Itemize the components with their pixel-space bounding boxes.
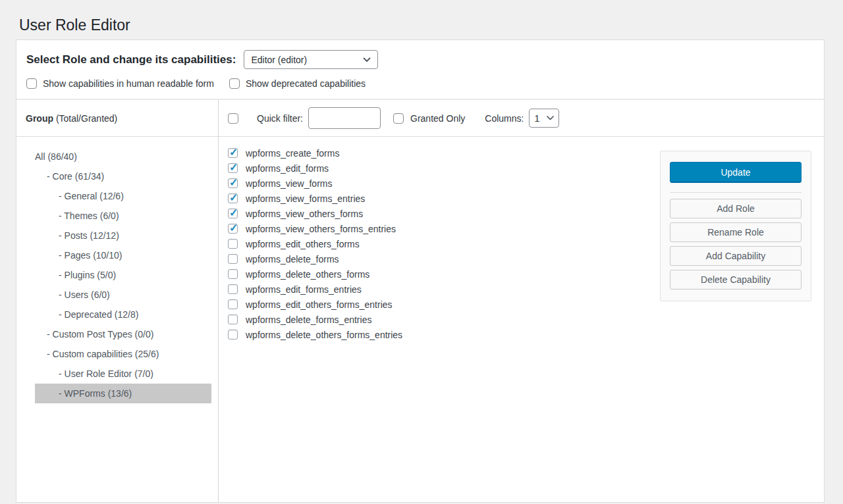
role-select[interactable]: Editor (editor) [244, 50, 378, 69]
capability-label: wpforms_view_others_forms [246, 209, 363, 219]
capability-checkbox[interactable] [228, 239, 238, 249]
group-tree-item[interactable]: - General (12/6) [35, 186, 211, 206]
human-readable-checkbox[interactable] [26, 78, 37, 89]
columns-label: Columns: [485, 113, 524, 124]
group-tree-item[interactable]: - User Role Editor (7/0) [35, 364, 211, 384]
capability-row: wpforms_delete_others_forms [228, 266, 636, 282]
quick-filter-input[interactable] [308, 107, 381, 129]
secondary-action-button[interactable]: Add Capability [670, 246, 802, 266]
capability-checkbox[interactable] [228, 330, 238, 340]
group-tree-item-label: - Pages (10/10) [59, 250, 122, 261]
capability-row: wpforms_edit_forms_entries [228, 282, 636, 297]
actions-panel: Update Add RoleRename RoleAdd Capability… [660, 151, 811, 301]
capability-checkbox[interactable] [228, 148, 238, 158]
capability-checkbox[interactable] [228, 284, 238, 294]
capability-checkbox[interactable] [228, 315, 238, 324]
main-body: Group (Total/Granted) All (86/40) - Core… [16, 100, 824, 502]
capability-row: wpforms_view_forms [228, 176, 636, 191]
capability-row: wpforms_view_forms_entries [228, 191, 636, 206]
capability-row: wpforms_view_others_forms [228, 206, 636, 221]
user-role-editor-panel: Select Role and change its capabilities:… [16, 39, 825, 503]
capabilities-column: Quick filter: Granted Only Columns: 1 w [219, 100, 824, 502]
capability-row: wpforms_view_others_forms_entries [228, 221, 636, 236]
group-tree-item-label: - Deprecated (12/8) [59, 309, 138, 320]
secondary-action-button[interactable]: Delete Capability [670, 270, 802, 290]
capability-checkbox[interactable] [228, 178, 238, 188]
capability-row: wpforms_edit_forms [228, 161, 636, 176]
capability-label: wpforms_view_forms [246, 178, 332, 189]
role-selector-row: Select Role and change its capabilities:… [16, 40, 824, 76]
group-tree-item[interactable]: - Pages (10/10) [35, 245, 211, 265]
capabilities-list: wpforms_create_forms wpforms_edit_forms … [228, 145, 636, 342]
capability-checkbox[interactable] [228, 254, 238, 264]
chevron-down-icon [547, 116, 554, 120]
show-deprecated-label: Show deprecated capabilities [246, 78, 366, 89]
capability-checkbox[interactable] [228, 224, 238, 234]
group-tree-item[interactable]: - Custom capabilities (25/6) [35, 344, 211, 364]
capability-label: wpforms_edit_others_forms [246, 239, 360, 249]
group-tree-item-label: - Custom capabilities (25/6) [47, 349, 159, 359]
capability-label: wpforms_view_others_forms_entries [246, 224, 396, 234]
group-header-bold: Group [26, 113, 53, 124]
human-readable-label: Show capabilities in human readable form [43, 78, 214, 89]
group-tree-item[interactable]: - Themes (6/0) [35, 206, 211, 226]
columns-select-value: 1 [534, 113, 539, 124]
capability-checkbox[interactable] [228, 163, 238, 173]
update-button[interactable]: Update [670, 162, 802, 183]
group-tree-item[interactable]: - Core (61/34) [35, 166, 211, 186]
capability-checkbox[interactable] [228, 269, 238, 279]
group-tree-item[interactable]: - Custom Post Types (0/0) [35, 324, 211, 344]
filter-bar: Quick filter: Granted Only Columns: 1 [219, 100, 824, 137]
group-tree-item-label: - WPForms (13/6) [59, 388, 132, 399]
group-tree-item-label: All (86/40) [35, 151, 77, 162]
groups-column: Group (Total/Granted) All (86/40) - Core… [16, 100, 219, 502]
group-tree-item-label: - Posts (12/12) [59, 230, 119, 241]
group-tree-item[interactable]: - Deprecated (12/8) [35, 305, 211, 324]
group-tree-item-label: - Core (61/34) [47, 171, 104, 182]
group-tree-item-label: - User Role Editor (7/0) [59, 368, 153, 379]
group-tree-item[interactable]: - Plugins (5/0) [35, 265, 211, 285]
capability-row: wpforms_edit_others_forms [228, 236, 636, 251]
groups-tree: All (86/40) - Core (61/34) - General (12… [16, 137, 218, 403]
group-tree-item[interactable]: All (86/40) [35, 147, 211, 166]
capability-row: wpforms_delete_forms [228, 251, 636, 266]
capability-label: wpforms_delete_others_forms [246, 269, 369, 280]
group-tree-item[interactable]: - Users (6/0) [35, 285, 211, 305]
secondary-action-button[interactable]: Add Role [670, 199, 802, 218]
capability-row: wpforms_delete_others_forms_entries [228, 327, 636, 342]
role-selector-label: Select Role and change its capabilities: [26, 53, 236, 66]
select-all-checkbox[interactable] [228, 113, 238, 124]
secondary-action-button[interactable]: Rename Role [670, 222, 802, 242]
actions-divider [670, 192, 802, 193]
capability-label: wpforms_edit_others_forms_entries [246, 299, 393, 310]
group-tree-item-label: - Users (6/0) [59, 290, 110, 300]
page-title: User Role Editor [19, 16, 130, 34]
capability-label: wpforms_edit_forms_entries [246, 284, 362, 295]
capability-checkbox[interactable] [228, 299, 238, 309]
chevron-down-icon [363, 57, 371, 63]
group-tree-item-label: - Custom Post Types (0/0) [47, 329, 153, 340]
granted-only-label: Granted Only [410, 113, 465, 124]
quick-filter-label: Quick filter: [257, 113, 303, 124]
capability-row: wpforms_edit_others_forms_entries [228, 297, 636, 312]
capability-row: wpforms_create_forms [228, 145, 636, 161]
group-tree-item[interactable]: - Posts (12/12) [35, 226, 211, 245]
capability-label: wpforms_create_forms [246, 148, 339, 159]
capability-checkbox[interactable] [228, 193, 238, 203]
capability-checkbox[interactable] [228, 209, 238, 218]
capability-row: wpforms_delete_forms_entries [228, 312, 636, 327]
show-deprecated-checkbox[interactable] [229, 78, 240, 89]
capabilities-content: wpforms_create_forms wpforms_edit_forms … [219, 137, 824, 502]
role-select-value: Editor (editor) [251, 55, 307, 65]
group-tree-item-label: - Plugins (5/0) [59, 270, 116, 280]
group-header: Group (Total/Granted) [16, 100, 218, 137]
capability-label: wpforms_delete_others_forms_entries [246, 330, 402, 340]
group-tree-item-label: - Themes (6/0) [59, 211, 119, 221]
capability-label: wpforms_delete_forms_entries [246, 315, 371, 325]
group-tree-item[interactable]: - WPForms (13/6) [35, 384, 211, 403]
granted-only-checkbox[interactable] [393, 113, 404, 124]
capability-label: wpforms_view_forms_entries [246, 193, 365, 204]
columns-select[interactable]: 1 [529, 109, 559, 128]
group-header-rest: (Total/Granted) [53, 113, 117, 124]
display-toggles-row: Show capabilities in human readable form… [16, 76, 824, 99]
